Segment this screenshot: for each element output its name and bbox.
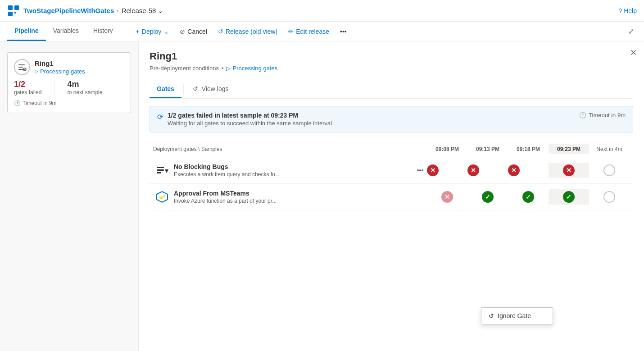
- ignore-gate-menuitem[interactable]: ↺ Ignore Gate: [481, 308, 553, 324]
- gates-table-header: Deployment gates \ Samples 09:08 PM 09:1…: [150, 141, 633, 157]
- stage-icon: [14, 59, 30, 75]
- play-small-icon: ▷: [226, 65, 231, 72]
- tab-pipeline[interactable]: Pipeline: [7, 22, 46, 41]
- gate-2-next: [589, 191, 630, 203]
- fail-dot: ✕: [441, 191, 453, 203]
- gate-row-approval-msteams: Approval From MSTeams Invoke Azure funct…: [150, 184, 633, 210]
- status-banner: ⟳ 1/2 gates failed in latest sample at 0…: [150, 106, 633, 132]
- processing-gates-link[interactable]: ▷ Processing gates: [226, 65, 277, 72]
- col-time-3: 09:18 PM: [508, 146, 549, 152]
- release-name[interactable]: Release-58 ⌄: [122, 7, 164, 15]
- edit-release-button[interactable]: ✏ Edit release: [284, 25, 334, 38]
- top-bar-left: TwoStagePipelineWithGates › Release-58 ⌄: [7, 5, 163, 17]
- next-sample-label: to next sample: [67, 89, 102, 96]
- fail-dot: ✕: [427, 164, 439, 176]
- timeout-row: 🕐 Timeout in 9m: [14, 100, 124, 106]
- col-next-header: Next in 4m: [589, 146, 630, 152]
- stage-card-ring1[interactable]: Ring1 ▷ Processing gates 1/2 gates faile…: [7, 52, 131, 113]
- svg-rect-1: [14, 5, 19, 10]
- panel-title: Ring1: [150, 50, 633, 62]
- fail-dot: ✕: [467, 164, 479, 176]
- gates-failed-label: gates failed: [14, 89, 41, 96]
- stage-status: ▷ Processing gates: [35, 68, 85, 75]
- no-blocking-bugs-info: No Blocking Bugs Executes a work item qu…: [171, 163, 413, 178]
- svg-rect-5: [18, 67, 23, 68]
- pre-deployment-label: Pre-deployment conditions: [150, 65, 219, 72]
- col-gate-header: Deployment gates \ Samples: [153, 146, 427, 152]
- nav-actions: + Deploy ⌄ ⊘ Cancel ↺ Release (old view)…: [132, 25, 351, 38]
- gate-1-result-4: ✕: [549, 163, 589, 178]
- fail-dot: ✕: [563, 164, 575, 176]
- tab-gates[interactable]: Gates: [150, 81, 181, 98]
- pass-dot: ✓: [482, 191, 494, 203]
- deploy-chevron-icon: ⌄: [163, 28, 169, 35]
- banner-title: 1/2 gates failed in latest sample at 09:…: [168, 112, 332, 119]
- deploy-button[interactable]: + Deploy ⌄: [132, 25, 174, 38]
- main-layout: Ring1 ▷ Processing gates 1/2 gates faile…: [0, 41, 644, 351]
- left-sidebar: Ring1 ▷ Processing gates 1/2 gates faile…: [0, 41, 139, 351]
- view-logs-icon: ↺: [193, 85, 198, 92]
- banner-text: 1/2 gates failed in latest sample at 09:…: [168, 112, 332, 127]
- gate-2-result-1: ✕: [427, 191, 467, 203]
- svg-rect-10: [157, 172, 161, 173]
- gate-1-result-3: ✕: [508, 164, 549, 176]
- svg-marker-11: [165, 169, 168, 173]
- empty-dot: [603, 164, 615, 176]
- right-panel: ✕ Ring1 Pre-deployment conditions • ▷ Pr…: [139, 41, 644, 351]
- gate-1-result-2: ✕: [467, 164, 508, 176]
- more-button[interactable]: •••: [336, 25, 351, 38]
- panel-breadcrumb: Pre-deployment conditions • ▷ Processing…: [150, 65, 633, 72]
- edit-icon: ✏: [288, 28, 294, 35]
- stage-name: Ring1: [35, 59, 85, 67]
- clock-icon: 🕐: [14, 100, 21, 106]
- expand-button[interactable]: ⤢: [626, 24, 637, 38]
- no-blocking-bugs-desc: Executes a work item query and checks fo…: [174, 171, 413, 178]
- project-name[interactable]: TwoStagePipelineWithGates: [23, 7, 114, 14]
- metric-divider: [54, 80, 54, 96]
- col-time-1: 09:08 PM: [427, 146, 467, 152]
- gate-1-result-1: ✕: [427, 164, 467, 176]
- breadcrumb: TwoStagePipelineWithGates › Release-58 ⌄: [23, 7, 163, 15]
- msteams-desc: Invoke Azure function as a part of your …: [174, 198, 413, 204]
- cancel-button[interactable]: ⊘ Cancel: [175, 25, 212, 38]
- close-button[interactable]: ✕: [630, 48, 637, 58]
- svg-rect-9: [157, 169, 164, 171]
- tab-history[interactable]: History: [86, 22, 120, 41]
- plus-icon: +: [136, 28, 140, 35]
- gates-failed-value: 1/2: [14, 80, 41, 89]
- svg-marker-12: [157, 191, 168, 202]
- more-icon: •••: [340, 28, 347, 35]
- svg-rect-4: [18, 64, 25, 65]
- gates-failed-metric: 1/2 gates failed: [14, 80, 41, 96]
- empty-dot: [603, 191, 615, 203]
- help-button[interactable]: ? Help: [618, 7, 637, 14]
- banner-timeout: 🕐 Timeout in 9m: [579, 112, 626, 119]
- chevron-down-icon: ⌄: [158, 7, 163, 15]
- gate-2-result-4: ✓: [549, 189, 589, 205]
- banner-subtitle: Waiting for all gates to succeed within …: [168, 120, 332, 127]
- svg-rect-2: [8, 12, 13, 16]
- stage-name-block: Ring1 ▷ Processing gates: [35, 59, 85, 75]
- panel-tabs: Gates ↺ View logs: [150, 81, 633, 99]
- tab-view-logs[interactable]: ↺ View logs: [186, 81, 236, 98]
- tab-variables[interactable]: Variables: [46, 22, 86, 41]
- gate-1-more-button[interactable]: •••: [413, 167, 427, 174]
- no-blocking-bugs-icon: [153, 163, 171, 178]
- cancel-icon: ⊘: [180, 28, 185, 35]
- tab-divider: [183, 84, 184, 95]
- pass-dot: ✓: [522, 191, 534, 203]
- panel-content: Ring1 Pre-deployment conditions • ▷ Proc…: [139, 41, 644, 219]
- old-view-button[interactable]: ↺ Release (old view): [213, 25, 282, 38]
- gate-row-no-blocking-bugs: No Blocking Bugs Executes a work item qu…: [150, 157, 633, 184]
- top-bar: TwoStagePipelineWithGates › Release-58 ⌄…: [0, 0, 644, 22]
- msteams-info: Approval From MSTeams Invoke Azure funct…: [171, 190, 413, 204]
- msteams-icon: [153, 190, 171, 204]
- clock-icon-banner: 🕐: [579, 112, 586, 119]
- fail-dot: ✕: [508, 164, 520, 176]
- no-blocking-bugs-name: No Blocking Bugs: [174, 163, 413, 170]
- stage-card-header: Ring1 ▷ Processing gates: [14, 59, 124, 75]
- refresh-icon: ↺: [218, 28, 223, 35]
- app-icon: [7, 5, 20, 17]
- msteams-name: Approval From MSTeams: [174, 190, 413, 197]
- svg-rect-6: [18, 69, 24, 70]
